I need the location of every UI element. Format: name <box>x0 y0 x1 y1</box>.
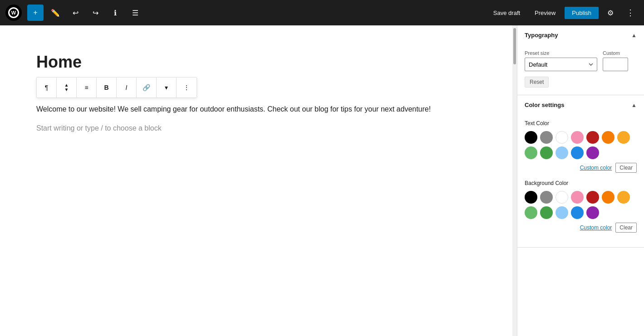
typography-section-header[interactable]: Typography ▲ <box>517 25 644 45</box>
editor-area[interactable]: Home ¶ ▲▼ ≡ B I 🔗 ▾ ⋮ Welcome to our web… <box>0 25 512 336</box>
text-color-swatch[interactable] <box>540 131 553 144</box>
top-bar-right: Save draft Preview Publish ⚙ ⋮ <box>488 5 639 21</box>
editor-scroll-wrapper: Home ¶ ▲▼ ≡ B I 🔗 ▾ ⋮ Welcome to our web… <box>0 25 517 336</box>
background-color-swatch[interactable] <box>571 191 584 204</box>
text-color-actions: Custom color Clear <box>525 163 637 173</box>
background-color-swatch[interactable] <box>586 206 599 219</box>
background-color-label: Background Color <box>525 180 637 186</box>
block-toolbar: ¶ ▲▼ ≡ B I 🔗 ▾ ⋮ <box>36 77 197 98</box>
typography-chevron-up-icon: ▲ <box>631 32 637 39</box>
background-color-swatch[interactable] <box>602 191 615 204</box>
color-settings-section: Color settings ▲ Text Color Custom color… <box>517 95 644 248</box>
background-color-swatch[interactable] <box>525 191 537 204</box>
text-color-swatch[interactable] <box>556 131 568 144</box>
scrollbar-thumb[interactable] <box>513 28 516 64</box>
more-options-button[interactable]: ⋮ <box>622 5 639 21</box>
background-color-swatch[interactable] <box>525 206 537 219</box>
text-color-swatch[interactable] <box>540 146 553 159</box>
italic-button[interactable]: I <box>117 78 137 97</box>
preview-button[interactable]: Preview <box>529 7 561 19</box>
paragraph-icon-button[interactable]: ¶ <box>37 78 57 97</box>
text-color-swatch[interactable] <box>617 131 630 144</box>
custom-size-input[interactable] <box>603 58 628 71</box>
background-color-actions: Custom color Clear <box>525 223 637 233</box>
text-color-swatch[interactable] <box>586 146 599 159</box>
list-view-button[interactable]: ☰ <box>127 5 143 21</box>
paragraph-block[interactable]: Welcome to our website! We sell camping … <box>36 103 476 115</box>
color-settings-content: Text Color Custom color Clear Background… <box>517 115 644 247</box>
align-button[interactable]: ≡ <box>77 78 97 97</box>
publish-button[interactable]: Publish <box>565 7 599 19</box>
settings-button[interactable]: ⚙ <box>602 5 619 21</box>
color-settings-section-header[interactable]: Color settings ▲ <box>517 95 644 115</box>
text-color-swatch[interactable] <box>556 146 568 159</box>
text-clear-button[interactable]: Clear <box>615 163 637 173</box>
color-settings-chevron-up-icon: ▲ <box>631 102 637 108</box>
bold-button[interactable]: B <box>97 78 117 97</box>
save-draft-button[interactable]: Save draft <box>488 7 526 19</box>
block-placeholder[interactable]: Start writing or type / to choose a bloc… <box>36 124 476 132</box>
reset-button[interactable]: Reset <box>525 77 549 88</box>
text-color-swatch[interactable] <box>525 146 537 159</box>
heading-block[interactable]: Home <box>36 53 476 72</box>
background-color-swatch[interactable] <box>586 191 599 204</box>
right-sidebar: Typography ▲ Preset size Default Custom <box>517 25 644 336</box>
background-color-swatch[interactable] <box>571 206 584 219</box>
link-button[interactable]: 🔗 <box>137 78 157 97</box>
main-layout: Home ¶ ▲▼ ≡ B I 🔗 ▾ ⋮ Welcome to our web… <box>0 25 644 336</box>
custom-size-label: Custom <box>603 50 628 56</box>
text-color-swatch[interactable] <box>586 131 599 144</box>
wordpress-logo[interactable] <box>5 5 22 21</box>
typography-content: Preset size Default Custom Reset <box>517 45 644 95</box>
text-color-swatch[interactable] <box>571 131 584 144</box>
text-color-swatch[interactable] <box>525 131 537 144</box>
undo-button[interactable]: ↩ <box>67 5 84 21</box>
typography-field-row: Preset size Default Custom <box>525 50 637 71</box>
wp-logo-icon <box>8 7 19 18</box>
background-color-swatch[interactable] <box>540 191 553 204</box>
text-color-swatch[interactable] <box>571 146 584 159</box>
more-rich-text-button[interactable]: ▾ <box>157 78 177 97</box>
background-custom-color-button[interactable]: Custom color <box>580 224 612 231</box>
background-color-swatch[interactable] <box>540 206 553 219</box>
block-options-button[interactable]: ⋮ <box>177 78 197 97</box>
typography-section: Typography ▲ Preset size Default Custom <box>517 25 644 95</box>
edit-mode-button[interactable]: ✏️ <box>47 5 64 21</box>
move-up-down-button[interactable]: ▲▼ <box>57 78 77 97</box>
text-color-swatch[interactable] <box>602 131 615 144</box>
text-color-label: Text Color <box>525 120 637 127</box>
background-color-swatch[interactable] <box>556 206 568 219</box>
preset-size-select[interactable]: Default <box>525 58 597 71</box>
editor-scrollbar[interactable] <box>512 25 517 336</box>
custom-size-group: Custom <box>603 50 628 71</box>
top-toolbar: + ✏️ ↩ ↪ ℹ ☰ Save draft Preview Publish … <box>0 0 644 25</box>
reset-row: Reset <box>525 77 637 88</box>
text-color-swatches <box>525 131 637 159</box>
background-clear-button[interactable]: Clear <box>615 223 637 233</box>
background-color-swatches <box>525 191 637 219</box>
background-color-swatch[interactable] <box>617 191 630 204</box>
text-custom-color-button[interactable]: Custom color <box>580 165 612 171</box>
background-color-swatch[interactable] <box>556 191 568 204</box>
preset-size-group: Preset size Default <box>525 50 597 71</box>
preset-size-label: Preset size <box>525 50 597 56</box>
redo-button[interactable]: ↪ <box>87 5 103 21</box>
add-block-button[interactable]: + <box>27 5 44 21</box>
info-button[interactable]: ℹ <box>107 5 123 21</box>
typography-section-title: Typography <box>525 32 558 39</box>
color-settings-section-title: Color settings <box>525 102 564 108</box>
